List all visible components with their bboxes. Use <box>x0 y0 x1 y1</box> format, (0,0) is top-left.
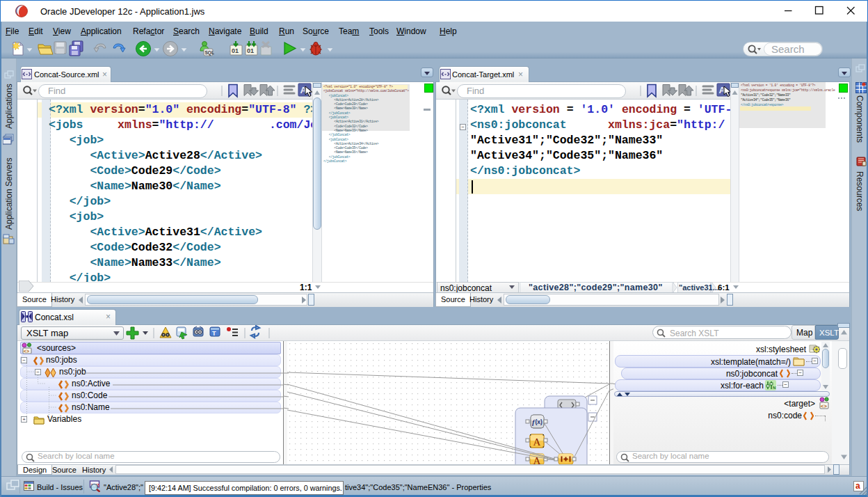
svg-text:01: 01 <box>247 47 254 54</box>
svg-text:(x): (x) <box>536 418 543 425</box>
svg-text:<>: <> <box>821 403 827 409</box>
svg-text:<>: <> <box>24 349 29 354</box>
svg-text:A: A <box>533 436 541 448</box>
svg-text:SQL: SQL <box>205 50 214 56</box>
svg-text:01: 01 <box>232 47 239 54</box>
svg-text:T: T <box>212 330 216 337</box>
svg-text:N: N <box>773 386 775 390</box>
